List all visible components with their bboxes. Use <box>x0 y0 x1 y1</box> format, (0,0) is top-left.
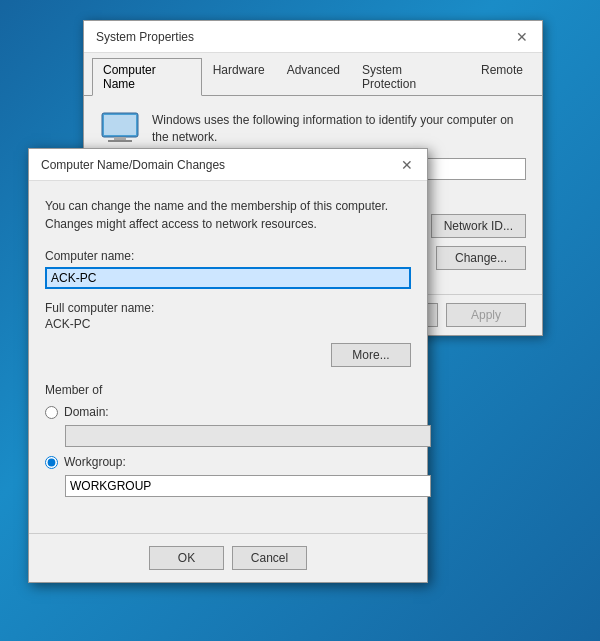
apply-button[interactable]: Apply <box>446 303 526 327</box>
workgroup-radio[interactable] <box>45 456 58 469</box>
tab-advanced[interactable]: Advanced <box>276 58 351 96</box>
domain-radio[interactable] <box>45 406 58 419</box>
computer-icon <box>100 112 140 144</box>
domain-input[interactable] <box>65 425 431 447</box>
domain-dialog: Computer Name/Domain Changes ✕ You can c… <box>28 148 428 583</box>
member-of-section: Member of Domain: Workgroup: <box>45 383 411 505</box>
dialog-bottom-buttons: OK Cancel <box>29 533 427 582</box>
domain-radio-row: Domain: <box>45 405 411 419</box>
svg-rect-3 <box>108 140 132 142</box>
computer-info-text: Windows uses the following information t… <box>152 112 526 146</box>
tab-remote[interactable]: Remote <box>470 58 534 96</box>
system-properties-title: System Properties <box>96 30 194 44</box>
svg-rect-2 <box>114 137 126 140</box>
change-button[interactable]: Change... <box>436 246 526 270</box>
domain-dialog-title: Computer Name/Domain Changes <box>41 158 225 172</box>
system-properties-titlebar: System Properties ✕ <box>84 21 542 53</box>
dialog-cancel-button[interactable]: Cancel <box>232 546 307 570</box>
svg-rect-1 <box>104 115 136 135</box>
tabs-bar: Computer Name Hardware Advanced System P… <box>84 53 542 96</box>
workgroup-radio-label: Workgroup: <box>64 455 126 469</box>
tab-hardware[interactable]: Hardware <box>202 58 276 96</box>
domain-dialog-close-button[interactable]: ✕ <box>399 157 415 173</box>
system-properties-close-button[interactable]: ✕ <box>514 29 530 45</box>
more-button[interactable]: More... <box>331 343 411 367</box>
tab-system-protection[interactable]: System Protection <box>351 58 470 96</box>
network-id-button[interactable]: Network ID... <box>431 214 526 238</box>
domain-radio-label: Domain: <box>64 405 109 419</box>
workgroup-radio-row: Workgroup: <box>45 455 411 469</box>
full-computer-name-value: ACK-PC <box>45 317 411 331</box>
domain-dialog-description: You can change the name and the membersh… <box>45 197 411 233</box>
workgroup-input[interactable] <box>65 475 431 497</box>
desktop: System Properties ✕ Computer Name Hardwa… <box>0 0 600 641</box>
computer-info-section: Windows uses the following information t… <box>100 112 526 146</box>
full-computer-name-label: Full computer name: <box>45 301 411 315</box>
domain-dialog-titlebar: Computer Name/Domain Changes ✕ <box>29 149 427 181</box>
computer-name-input[interactable] <box>45 267 411 289</box>
more-button-row: More... <box>45 343 411 367</box>
domain-dialog-content: You can change the name and the membersh… <box>29 181 427 533</box>
tab-computer-name[interactable]: Computer Name <box>92 58 202 96</box>
computer-name-label: Computer name: <box>45 249 411 263</box>
dialog-ok-button[interactable]: OK <box>149 546 224 570</box>
member-of-title: Member of <box>45 383 411 397</box>
